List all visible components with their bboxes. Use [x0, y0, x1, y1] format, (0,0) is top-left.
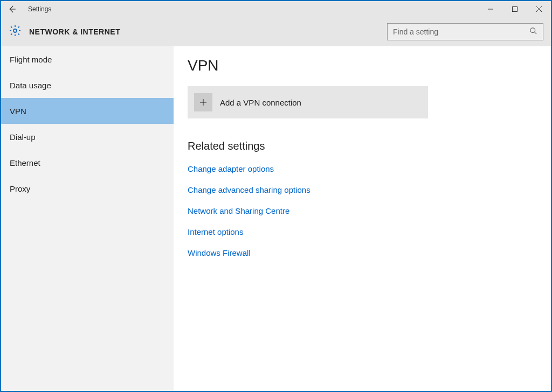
header: NETWORK & INTERNET [1, 17, 551, 46]
related-links: Change adapter optionsChange advanced sh… [188, 164, 537, 257]
svg-rect-1 [512, 7, 517, 12]
related-heading: Related settings [188, 140, 537, 152]
sidebar-item-ethernet[interactable]: Ethernet [1, 150, 174, 176]
svg-point-5 [530, 27, 535, 32]
search-input[interactable] [393, 27, 529, 36]
sidebar-item-label: Flight mode [10, 55, 52, 64]
titlebar: Settings [1, 1, 551, 17]
sidebar-item-label: Ethernet [10, 158, 40, 167]
related-link[interactable]: Change advanced sharing options [188, 185, 310, 194]
sidebar-item-flight-mode[interactable]: Flight mode [1, 46, 174, 72]
sidebar-item-vpn[interactable]: VPN [1, 98, 174, 124]
window-controls [478, 1, 551, 17]
maximize-button[interactable] [502, 1, 527, 17]
svg-point-4 [13, 29, 17, 32]
sidebar-item-label: Data usage [10, 81, 51, 90]
search-icon [529, 27, 537, 37]
sidebar-item-label: VPN [10, 107, 26, 116]
sidebar-item-label: Proxy [10, 184, 30, 193]
back-button[interactable] [5, 3, 18, 16]
related-link[interactable]: Windows Firewall [188, 248, 251, 257]
add-vpn-button[interactable]: Add a VPN connection [188, 86, 428, 118]
window-title: Settings [28, 5, 51, 13]
related-link[interactable]: Change adapter options [188, 164, 274, 173]
minimize-button[interactable] [478, 1, 502, 17]
sidebar-item-proxy[interactable]: Proxy [1, 176, 174, 201]
main-content: VPN Add a VPN connection Related setting… [174, 46, 551, 391]
sidebar: Flight modeData usageVPNDial-upEthernetP… [1, 46, 174, 391]
page-heading: VPN [188, 57, 537, 74]
header-title: NETWORK & INTERNET [29, 27, 120, 36]
gear-icon [9, 24, 22, 39]
search-box[interactable] [387, 23, 543, 40]
close-button[interactable] [527, 1, 551, 17]
sidebar-item-dial-up[interactable]: Dial-up [1, 124, 174, 150]
add-vpn-label: Add a VPN connection [220, 98, 301, 107]
plus-icon [194, 93, 212, 111]
sidebar-item-label: Dial-up [10, 132, 36, 142]
related-link[interactable]: Internet options [188, 227, 243, 236]
svg-line-6 [534, 32, 536, 34]
related-link[interactable]: Network and Sharing Centre [188, 206, 289, 215]
sidebar-item-data-usage[interactable]: Data usage [1, 72, 174, 98]
body: Flight modeData usageVPNDial-upEthernetP… [1, 46, 551, 391]
